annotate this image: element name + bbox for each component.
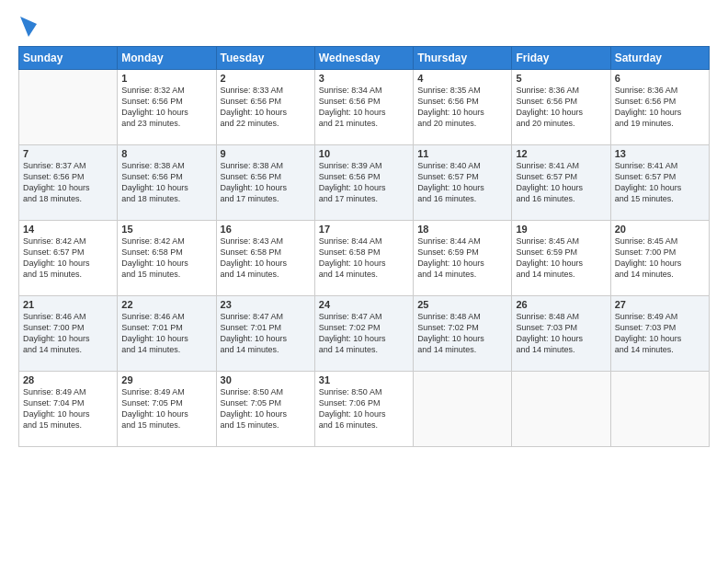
calendar: SundayMondayTuesdayWednesdayThursdayFrid… [18, 46, 710, 447]
day-cell [610, 372, 709, 447]
day-info: Sunrise: 8:40 AM Sunset: 6:57 PM Dayligh… [417, 160, 507, 205]
day-cell: 6Sunrise: 8:36 AM Sunset: 6:56 PM Daylig… [610, 70, 709, 145]
day-cell [19, 70, 118, 145]
day-info: Sunrise: 8:48 AM Sunset: 7:02 PM Dayligh… [417, 311, 507, 356]
day-number: 8 [121, 148, 211, 159]
day-info: Sunrise: 8:49 AM Sunset: 7:03 PM Dayligh… [615, 311, 705, 356]
day-number: 5 [516, 73, 606, 84]
day-info: Sunrise: 8:38 AM Sunset: 6:56 PM Dayligh… [121, 160, 211, 205]
day-info: Sunrise: 8:41 AM Sunset: 6:57 PM Dayligh… [516, 160, 606, 205]
day-cell: 12Sunrise: 8:41 AM Sunset: 6:57 PM Dayli… [512, 145, 610, 221]
day-info: Sunrise: 8:36 AM Sunset: 6:56 PM Dayligh… [516, 85, 606, 130]
day-cell: 1Sunrise: 8:32 AM Sunset: 6:56 PM Daylig… [118, 70, 216, 145]
day-info: Sunrise: 8:49 AM Sunset: 7:05 PM Dayligh… [121, 386, 211, 431]
day-cell: 27Sunrise: 8:49 AM Sunset: 7:03 PM Dayli… [610, 296, 709, 372]
day-number: 30 [221, 374, 311, 385]
day-cell: 28Sunrise: 8:49 AM Sunset: 7:04 PM Dayli… [19, 372, 118, 447]
day-number: 26 [516, 299, 606, 310]
day-cell: 31Sunrise: 8:50 AM Sunset: 7:06 PM Dayli… [314, 372, 413, 447]
logo [18, 17, 37, 37]
day-number: 4 [417, 73, 507, 84]
day-header-wednesday: Wednesday [314, 47, 413, 70]
day-info: Sunrise: 8:38 AM Sunset: 6:56 PM Dayligh… [221, 160, 311, 205]
day-number: 29 [121, 374, 211, 385]
day-cell [414, 372, 512, 447]
day-cell: 22Sunrise: 8:46 AM Sunset: 7:01 PM Dayli… [118, 296, 216, 372]
logo-icon [20, 17, 37, 37]
day-number: 3 [319, 73, 409, 84]
day-cell: 15Sunrise: 8:42 AM Sunset: 6:58 PM Dayli… [118, 221, 216, 296]
day-cell: 23Sunrise: 8:47 AM Sunset: 7:01 PM Dayli… [216, 296, 314, 372]
day-number: 10 [319, 148, 409, 159]
day-info: Sunrise: 8:44 AM Sunset: 6:58 PM Dayligh… [319, 236, 409, 281]
day-number: 20 [615, 224, 705, 235]
day-number: 15 [121, 224, 211, 235]
day-cell: 19Sunrise: 8:45 AM Sunset: 6:59 PM Dayli… [512, 221, 610, 296]
day-header-friday: Friday [512, 47, 610, 70]
day-cell: 4Sunrise: 8:35 AM Sunset: 6:56 PM Daylig… [414, 70, 512, 145]
header [18, 17, 710, 37]
day-cell: 29Sunrise: 8:49 AM Sunset: 7:05 PM Dayli… [118, 372, 216, 447]
header-row: SundayMondayTuesdayWednesdayThursdayFrid… [19, 47, 710, 70]
day-number: 25 [417, 299, 507, 310]
day-number: 28 [23, 374, 113, 385]
day-number: 24 [319, 299, 409, 310]
day-cell: 10Sunrise: 8:39 AM Sunset: 6:56 PM Dayli… [314, 145, 413, 221]
day-cell: 5Sunrise: 8:36 AM Sunset: 6:56 PM Daylig… [512, 70, 610, 145]
day-cell: 14Sunrise: 8:42 AM Sunset: 6:57 PM Dayli… [19, 221, 118, 296]
day-cell: 18Sunrise: 8:44 AM Sunset: 6:59 PM Dayli… [414, 221, 512, 296]
day-info: Sunrise: 8:36 AM Sunset: 6:56 PM Dayligh… [615, 85, 705, 130]
day-cell: 7Sunrise: 8:37 AM Sunset: 6:56 PM Daylig… [19, 145, 118, 221]
day-number: 2 [221, 73, 311, 84]
week-row-4: 21Sunrise: 8:46 AM Sunset: 7:00 PM Dayli… [19, 296, 710, 372]
week-row-5: 28Sunrise: 8:49 AM Sunset: 7:04 PM Dayli… [19, 372, 710, 447]
day-number: 9 [221, 148, 311, 159]
day-info: Sunrise: 8:37 AM Sunset: 6:56 PM Dayligh… [23, 160, 113, 205]
day-header-monday: Monday [118, 47, 216, 70]
day-cell: 20Sunrise: 8:45 AM Sunset: 7:00 PM Dayli… [610, 221, 709, 296]
day-cell: 17Sunrise: 8:44 AM Sunset: 6:58 PM Dayli… [314, 221, 413, 296]
day-number: 16 [221, 224, 311, 235]
svg-marker-0 [20, 17, 37, 37]
day-cell: 25Sunrise: 8:48 AM Sunset: 7:02 PM Dayli… [414, 296, 512, 372]
day-number: 21 [23, 299, 113, 310]
day-number: 27 [615, 299, 705, 310]
day-cell: 2Sunrise: 8:33 AM Sunset: 6:56 PM Daylig… [216, 70, 314, 145]
day-info: Sunrise: 8:41 AM Sunset: 6:57 PM Dayligh… [615, 160, 705, 205]
day-number: 6 [615, 73, 705, 84]
day-cell: 9Sunrise: 8:38 AM Sunset: 6:56 PM Daylig… [216, 145, 314, 221]
day-info: Sunrise: 8:34 AM Sunset: 6:56 PM Dayligh… [319, 85, 409, 130]
day-info: Sunrise: 8:50 AM Sunset: 7:06 PM Dayligh… [319, 386, 409, 431]
day-cell: 13Sunrise: 8:41 AM Sunset: 6:57 PM Dayli… [610, 145, 709, 221]
day-info: Sunrise: 8:47 AM Sunset: 7:01 PM Dayligh… [221, 311, 311, 356]
day-info: Sunrise: 8:45 AM Sunset: 7:00 PM Dayligh… [615, 236, 705, 281]
day-cell: 8Sunrise: 8:38 AM Sunset: 6:56 PM Daylig… [118, 145, 216, 221]
day-info: Sunrise: 8:48 AM Sunset: 7:03 PM Dayligh… [516, 311, 606, 356]
week-row-3: 14Sunrise: 8:42 AM Sunset: 6:57 PM Dayli… [19, 221, 710, 296]
day-number: 13 [615, 148, 705, 159]
day-info: Sunrise: 8:32 AM Sunset: 6:56 PM Dayligh… [121, 85, 211, 130]
day-number: 17 [319, 224, 409, 235]
week-row-2: 7Sunrise: 8:37 AM Sunset: 6:56 PM Daylig… [19, 145, 710, 221]
day-info: Sunrise: 8:46 AM Sunset: 7:00 PM Dayligh… [23, 311, 113, 356]
day-cell: 30Sunrise: 8:50 AM Sunset: 7:05 PM Dayli… [216, 372, 314, 447]
day-number: 12 [516, 148, 606, 159]
day-header-sunday: Sunday [19, 47, 118, 70]
day-number: 14 [23, 224, 113, 235]
day-info: Sunrise: 8:46 AM Sunset: 7:01 PM Dayligh… [121, 311, 211, 356]
day-cell: 21Sunrise: 8:46 AM Sunset: 7:00 PM Dayli… [19, 296, 118, 372]
day-cell: 16Sunrise: 8:43 AM Sunset: 6:58 PM Dayli… [216, 221, 314, 296]
day-info: Sunrise: 8:35 AM Sunset: 6:56 PM Dayligh… [417, 85, 507, 130]
day-info: Sunrise: 8:42 AM Sunset: 6:58 PM Dayligh… [121, 236, 211, 281]
day-header-saturday: Saturday [610, 47, 709, 70]
day-info: Sunrise: 8:49 AM Sunset: 7:04 PM Dayligh… [23, 386, 113, 431]
day-info: Sunrise: 8:33 AM Sunset: 6:56 PM Dayligh… [221, 85, 311, 130]
day-cell: 11Sunrise: 8:40 AM Sunset: 6:57 PM Dayli… [414, 145, 512, 221]
day-cell [512, 372, 610, 447]
day-info: Sunrise: 8:44 AM Sunset: 6:59 PM Dayligh… [417, 236, 507, 281]
day-number: 31 [319, 374, 409, 385]
day-number: 19 [516, 224, 606, 235]
day-number: 7 [23, 148, 113, 159]
day-number: 1 [121, 73, 211, 84]
day-info: Sunrise: 8:45 AM Sunset: 6:59 PM Dayligh… [516, 236, 606, 281]
